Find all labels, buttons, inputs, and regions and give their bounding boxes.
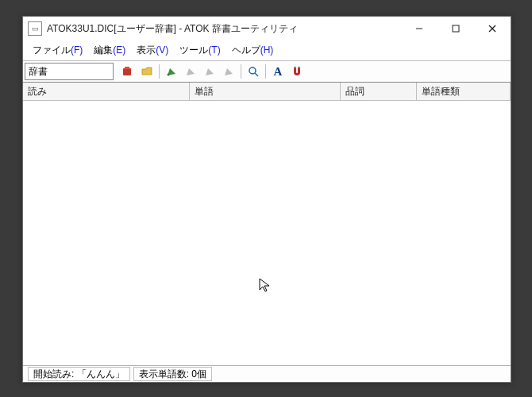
svg-rect-4 bbox=[123, 68, 131, 75]
dictionary-selector[interactable]: 辞書 bbox=[25, 63, 114, 80]
toolbar: 辞書 A bbox=[23, 61, 511, 83]
column-pos[interactable]: 品詞 bbox=[341, 83, 417, 100]
menu-edit-label: 編集 bbox=[94, 44, 113, 56]
window-title: ATOK33U1.DIC[ユーザー辞書] - ATOK 辞書ユーティリティ bbox=[47, 22, 401, 36]
column-reading[interactable]: 読み bbox=[23, 83, 190, 100]
separator-icon bbox=[241, 64, 241, 79]
titlebar: ▭ ATOK33U1.DIC[ユーザー辞書] - ATOK 辞書ユーティリティ bbox=[23, 17, 511, 40]
statusbar: 開始読み: 「んんん」 表示単語数: 0個 bbox=[23, 365, 511, 382]
svg-rect-5 bbox=[125, 67, 129, 69]
column-type[interactable]: 単語種類 bbox=[417, 83, 511, 100]
table-header: 読み 単語 品詞 単語種類 bbox=[23, 83, 511, 101]
open-icon[interactable] bbox=[138, 63, 156, 80]
new-icon[interactable] bbox=[119, 63, 137, 80]
menu-edit[interactable]: 編集(E) bbox=[89, 42, 130, 59]
menu-file-hotkey: (F) bbox=[71, 44, 83, 56]
menu-help-label: ヘルプ bbox=[232, 44, 260, 56]
menu-view[interactable]: 表示(V) bbox=[132, 42, 173, 59]
app-window: ▭ ATOK33U1.DIC[ユーザー辞書] - ATOK 辞書ユーティリティ … bbox=[22, 16, 511, 383]
menu-file-label: ファイル bbox=[33, 44, 71, 56]
add-entry-icon[interactable] bbox=[163, 63, 180, 80]
menu-view-label: 表示 bbox=[137, 44, 156, 56]
maximize-button[interactable] bbox=[438, 17, 474, 40]
brush1-icon[interactable] bbox=[182, 63, 199, 80]
menu-help-hotkey: (H) bbox=[260, 44, 274, 56]
close-button[interactable] bbox=[474, 17, 511, 40]
svg-rect-10 bbox=[298, 67, 300, 68]
menu-tool[interactable]: ツール(T) bbox=[175, 42, 225, 59]
menubar: ファイル(F) 編集(E) 表示(V) ツール(T) ヘルプ(H) bbox=[23, 40, 511, 61]
cursor-icon bbox=[259, 278, 272, 294]
svg-point-7 bbox=[249, 67, 256, 74]
menu-edit-hotkey: (E) bbox=[113, 44, 125, 56]
status-word-count: 表示単語数: 0個 bbox=[133, 367, 212, 381]
table-body[interactable] bbox=[23, 101, 511, 365]
svg-point-6 bbox=[168, 74, 170, 76]
magnet-icon[interactable] bbox=[288, 63, 306, 80]
status-start-reading: 開始読み: 「んんん」 bbox=[28, 367, 130, 381]
column-word[interactable]: 単語 bbox=[190, 83, 341, 100]
brush3-icon[interactable] bbox=[220, 63, 237, 80]
separator-icon bbox=[265, 64, 266, 79]
font-icon[interactable]: A bbox=[269, 63, 287, 80]
svg-rect-9 bbox=[294, 67, 296, 68]
svg-rect-1 bbox=[453, 25, 459, 32]
search-icon[interactable] bbox=[245, 63, 262, 80]
brush2-icon[interactable] bbox=[201, 63, 218, 80]
minimize-button[interactable] bbox=[401, 17, 438, 40]
svg-line-8 bbox=[255, 73, 258, 76]
menu-tool-hotkey: (T) bbox=[208, 44, 220, 56]
separator-icon bbox=[159, 64, 160, 79]
menu-tool-label: ツール bbox=[179, 44, 208, 56]
menu-help[interactable]: ヘルプ(H) bbox=[227, 42, 279, 59]
menu-view-hotkey: (V) bbox=[156, 44, 168, 56]
menu-file[interactable]: ファイル(F) bbox=[28, 42, 87, 59]
app-icon: ▭ bbox=[28, 21, 42, 36]
